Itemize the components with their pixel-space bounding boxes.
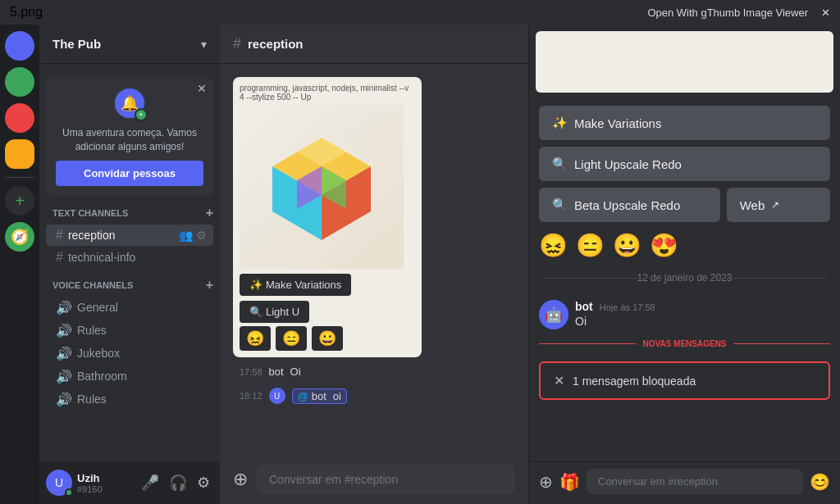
text-channels-category[interactable]: TEXT CHANNELS +: [39, 202, 220, 224]
bot-msg-text: Oi: [290, 366, 301, 378]
notification-box: ✕ 🔔 + Uma aventura começa. Vamos adicion…: [46, 77, 213, 196]
titlebar-open-with[interactable]: Open With gThumb Image Viewer: [647, 7, 808, 19]
server-avatar-3[interactable]: [5, 103, 34, 133]
server-avatar-4[interactable]: [5, 139, 34, 169]
right-make-variations-button[interactable]: ✨ Make Variations: [539, 106, 830, 140]
voice-channel-rules[interactable]: 🔊 Rules: [46, 320, 213, 342]
chat-input-field[interactable]: [256, 465, 515, 494]
right-bot-time: Hoje às 17:58: [600, 302, 655, 312]
invite-people-button[interactable]: Convidar pessoas: [56, 161, 203, 186]
image-prompt-text: programming, javascript, nodejs, minimal…: [240, 84, 415, 102]
emoji-reaction-2[interactable]: 😑: [276, 326, 307, 351]
voice-channel-name-general: General: [77, 301, 118, 314]
right-emoji-1[interactable]: 😖: [539, 232, 568, 259]
right-add-attachment-button[interactable]: ⊕: [539, 472, 553, 492]
voice-channels-category[interactable]: VOICE CHANNELS +: [39, 275, 220, 296]
add-server-button[interactable]: +: [5, 186, 34, 216]
right-web-label: Web: [740, 198, 765, 212]
user-controls: 🎤 🎧 ⚙: [138, 470, 213, 495]
channel-settings-icon[interactable]: ⚙: [196, 229, 207, 242]
make-variations-button[interactable]: ✨ Make Variations: [240, 274, 351, 296]
right-light-upscale-label: Light Upscale Redo: [574, 157, 682, 171]
server-avatar-2[interactable]: [5, 67, 34, 97]
add-voice-channel-button[interactable]: +: [206, 278, 213, 293]
settings-button[interactable]: ⚙: [194, 470, 213, 495]
right-action-buttons: ✨ Make Variations 🔍 Light Upscale Redo 🔍…: [529, 99, 840, 229]
cube-svg: [256, 121, 387, 252]
chat-channel-icon: #: [233, 35, 241, 52]
voice-icon-jukebox: 🔊: [56, 346, 72, 361]
voice-channel-jukebox[interactable]: 🔊 Jukebox: [46, 343, 213, 365]
right-input-bar: ⊕ 🎁 😊: [529, 461, 840, 504]
right-bot-avatar: 🤖: [539, 300, 568, 329]
right-bot-name: bot: [575, 300, 593, 313]
chat-area: # reception programming, javascript, nod…: [220, 25, 528, 504]
external-link-icon: ↗: [771, 199, 779, 211]
discover-button[interactable]: 🧭: [5, 222, 34, 252]
light-upscale-button[interactable]: 🔍 Light U: [240, 301, 309, 323]
right-sparkle-icon: ✨: [552, 116, 568, 130]
new-messages-line-right: [733, 343, 830, 344]
voice-icon-rules: 🔊: [56, 323, 72, 338]
right-emoji-3[interactable]: 😀: [613, 232, 641, 259]
right-emoji-4[interactable]: 😍: [650, 232, 678, 259]
right-btn-row: 🔍 Beta Upscale Redo Web ↗: [539, 188, 830, 222]
notification-close-button[interactable]: ✕: [197, 82, 207, 95]
voice-icon-rules2: 🔊: [56, 392, 72, 407]
at-mention-symbol: @: [298, 390, 308, 402]
main-layout: + 🧭 The Pub ▾ ✕ 🔔 + Uma aventura começa.…: [0, 25, 840, 504]
deafen-button[interactable]: 🎧: [166, 470, 190, 495]
right-magnifier-icon-2: 🔍: [552, 198, 568, 212]
right-light-upscale-button[interactable]: 🔍 Light Upscale Redo: [539, 147, 830, 181]
user-name: Uzih: [77, 472, 133, 484]
voice-channel-name-jukebox: Jukebox: [77, 347, 120, 360]
right-emoji-picker-button[interactable]: 😊: [810, 472, 830, 492]
text-channel-icon-2: #: [56, 250, 63, 265]
date-divider-text: 12 de janeiro de 2023: [637, 272, 732, 284]
at-mention-name: bot: [312, 390, 326, 402]
titlebar-title: 5.png: [10, 5, 43, 20]
emoji-reaction-3[interactable]: 😀: [312, 326, 343, 351]
channel-item-reception[interactable]: # reception 👥 ⚙: [46, 225, 213, 246]
bot-msg-time: 17:58: [240, 367, 262, 377]
message-emoji-reactions: 😖 😑 😀: [240, 326, 415, 351]
emoji-reaction-1[interactable]: 😖: [240, 326, 271, 351]
right-image-preview: [536, 31, 833, 93]
date-divider: 12 de janeiro de 2023: [529, 269, 840, 287]
channel-item-technical[interactable]: # technical-info: [46, 247, 213, 268]
titlebar-close-button[interactable]: ✕: [821, 7, 830, 19]
light-upscale-label: Light U: [266, 306, 299, 318]
chat-add-attachment-button[interactable]: ⊕: [233, 469, 248, 490]
right-msg-content: bot Hoje às 17:58 Oi: [575, 300, 830, 328]
right-beta-upscale-button[interactable]: 🔍 Beta Upscale Redo: [539, 188, 720, 222]
server-header[interactable]: The Pub ▾: [39, 25, 220, 64]
titlebar-right: Open With gThumb Image Viewer ✕: [647, 7, 830, 19]
right-gift-button[interactable]: 🎁: [559, 472, 580, 492]
blocked-message-box: ✕ 1 mensagem bloqueada: [539, 361, 830, 400]
channel-add-member-icon[interactable]: 👥: [179, 229, 193, 242]
right-panel: ✨ Make Variations 🔍 Light Upscale Redo 🔍…: [528, 25, 840, 504]
right-emoji-2[interactable]: 😑: [576, 232, 605, 259]
voice-channel-rules2[interactable]: 🔊 Rules: [46, 388, 213, 411]
right-web-button[interactable]: Web ↗: [727, 188, 830, 222]
voice-icon-general: 🔊: [56, 300, 72, 316]
magnifier-icon: 🔍: [249, 306, 262, 318]
right-chat-input[interactable]: [587, 469, 803, 494]
user-tag: #9160: [77, 484, 133, 494]
blocked-message-close[interactable]: ✕: [554, 373, 564, 388]
add-text-channel-button[interactable]: +: [206, 206, 213, 220]
mute-button[interactable]: 🎤: [138, 470, 162, 495]
user-bar: U Uzih #9160 🎤 🎧 ⚙: [39, 461, 220, 504]
user-msg-time: 18:12: [240, 391, 262, 401]
voice-channel-bathroom[interactable]: 🔊 Bathroom: [46, 366, 213, 388]
sidebar-content: ✕ 🔔 + Uma aventura começa. Vamos adicion…: [39, 64, 220, 461]
server-dropdown-icon[interactable]: ▾: [201, 38, 207, 51]
voice-channel-general[interactable]: 🔊 General: [46, 297, 213, 319]
voice-channel-name-bathroom: Bathroom: [77, 370, 127, 383]
server-sidebar: The Pub ▾ ✕ 🔔 + Uma aventura começa. Vam…: [39, 25, 220, 504]
right-magnifier-icon-1: 🔍: [552, 157, 568, 171]
text-channel-icon: #: [56, 228, 63, 243]
server-avatar-1[interactable]: [5, 31, 34, 61]
new-messages-line-left: [539, 343, 636, 344]
mentioned-message-box[interactable]: @bot oi: [292, 388, 347, 404]
